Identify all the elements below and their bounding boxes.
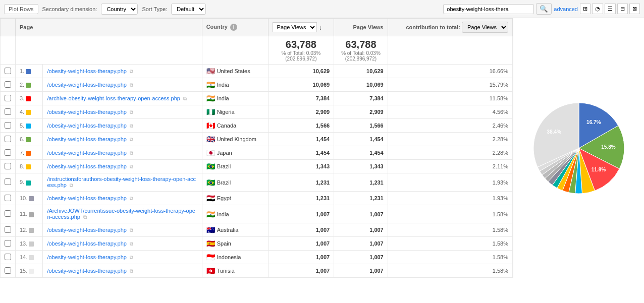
row-check-input[interactable] bbox=[5, 108, 11, 115]
row-number: 6. bbox=[16, 133, 43, 146]
row-country: 🇧🇷 Brazil bbox=[202, 160, 268, 173]
page-link[interactable]: /obesity-weight-loss-therapy.php bbox=[47, 195, 127, 201]
country-name: India bbox=[217, 82, 229, 88]
row-check-input[interactable] bbox=[5, 178, 11, 185]
row-page-views-metric: 1,007 bbox=[268, 264, 334, 278]
pie-label: 38.4% bbox=[547, 129, 561, 135]
page-link[interactable]: /obesity-weight-loss-therapy.php bbox=[47, 123, 127, 129]
country-info-icon[interactable]: i bbox=[230, 24, 237, 31]
page-link[interactable]: /obesity-weight-loss-therapy.php bbox=[47, 268, 127, 274]
row-page: /obesity-weight-loss-therapy.php ⧉ bbox=[43, 146, 202, 160]
external-link-icon[interactable]: ⧉ bbox=[130, 82, 133, 88]
page-link[interactable]: /obesity-weight-loss-therapy.php bbox=[47, 227, 127, 233]
external-link-icon[interactable]: ⧉ bbox=[130, 196, 133, 202]
page-link[interactable]: /archive-obesity-weight-loss-therapy-ope… bbox=[47, 95, 180, 101]
country-flag: 🇧🇷 bbox=[206, 178, 215, 187]
row-page-views-metric: 10,069 bbox=[268, 78, 334, 92]
sort-type-select[interactable]: Default bbox=[171, 4, 206, 15]
page-link[interactable]: /obesity-weight-loss-therapy.php bbox=[47, 163, 127, 169]
row-country: 🇮🇩 Indonesia bbox=[202, 251, 268, 264]
row-page-views-metric: 1,454 bbox=[268, 146, 334, 160]
row-check-input[interactable] bbox=[5, 210, 11, 217]
page-views-dropdown-header: Page Views ↓ bbox=[268, 19, 334, 36]
table-row: 11. /ArchiveJOWT/currentissue-obesity-we… bbox=[1, 205, 513, 223]
summary-pv1-value: 63,788 bbox=[273, 39, 330, 50]
table-row: 13. /obesity-weight-loss-therapy.php ⧉ 🇪… bbox=[1, 237, 513, 251]
row-check-input[interactable] bbox=[5, 254, 11, 260]
country-flag: 🇳🇬 bbox=[206, 108, 215, 116]
contribution-metric-select[interactable]: Page Views bbox=[462, 22, 508, 33]
page-link[interactable]: /ArchiveJOWT/currentissue-obesity-weight… bbox=[47, 208, 195, 220]
table-row: 5. /obesity-weight-loss-therapy.php ⧉ 🇨🇦… bbox=[1, 119, 513, 133]
row-country: 🇧🇷 Brazil bbox=[202, 173, 268, 192]
row-page: /obesity-weight-loss-therapy.php ⧉ bbox=[43, 237, 202, 251]
row-check-input[interactable] bbox=[5, 81, 11, 88]
external-link-icon[interactable]: ⧉ bbox=[130, 69, 133, 75]
page-link[interactable]: /obesity-weight-loss-therapy.php bbox=[47, 109, 127, 115]
row-check-input[interactable] bbox=[5, 68, 11, 74]
table-row: 2. /obesity-weight-loss-therapy.php ⧉ 🇮🇳… bbox=[1, 78, 513, 92]
row-page: /instructionsforauthors-obesity-weight-l… bbox=[43, 173, 202, 192]
external-link-icon[interactable]: ⧉ bbox=[70, 183, 73, 189]
view-list-button[interactable]: ☰ bbox=[605, 4, 616, 14]
table-row: 14. /obesity-weight-loss-therapy.php ⧉ 🇮… bbox=[1, 251, 513, 264]
row-check-input[interactable] bbox=[5, 149, 11, 156]
secondary-dimension-select[interactable]: Country bbox=[101, 4, 138, 15]
country-name: Egypt bbox=[217, 195, 231, 201]
external-link-icon[interactable]: ⧉ bbox=[130, 150, 133, 156]
row-checkbox bbox=[1, 146, 16, 160]
summary-row: 63,788 % of Total: 0.03% (202,896,972) 6… bbox=[1, 36, 513, 65]
row-page: /archive-obesity-weight-loss-therapy-ope… bbox=[43, 92, 202, 105]
external-link-icon[interactable]: ⧉ bbox=[130, 255, 133, 261]
country-name: India bbox=[217, 95, 229, 101]
country-name: United States bbox=[217, 68, 250, 74]
table-row: 12. /obesity-weight-loss-therapy.php ⧉ 🇦… bbox=[1, 223, 513, 237]
external-link-icon[interactable]: ⧉ bbox=[130, 227, 133, 233]
search-button[interactable]: 🔍 bbox=[536, 3, 552, 15]
row-check-input[interactable] bbox=[5, 122, 11, 129]
row-number: 4. bbox=[16, 105, 43, 119]
row-checkbox bbox=[1, 133, 16, 146]
summary-pv1-pct: % of Total: 0.03% bbox=[273, 50, 330, 56]
search-input[interactable] bbox=[443, 4, 534, 14]
row-check-input[interactable] bbox=[5, 226, 11, 233]
row-number: 15. bbox=[16, 264, 43, 278]
summary-pv2-total: (202,896,972) bbox=[338, 56, 384, 62]
sort-down-arrow[interactable]: ↓ bbox=[319, 23, 323, 31]
page-link[interactable]: /obesity-weight-loss-therapy.php bbox=[47, 150, 127, 156]
external-link-icon[interactable]: ⧉ bbox=[130, 137, 133, 143]
page-link[interactable]: /obesity-weight-loss-therapy.php bbox=[47, 136, 127, 142]
external-link-icon[interactable]: ⧉ bbox=[130, 241, 133, 247]
external-link-icon[interactable]: ⧉ bbox=[130, 164, 133, 170]
view-grid-button[interactable]: ⊞ bbox=[580, 4, 591, 14]
row-check-input[interactable] bbox=[5, 195, 11, 201]
view-custom-button[interactable]: ⊟ bbox=[617, 4, 628, 14]
external-link-icon[interactable]: ⧉ bbox=[83, 214, 87, 220]
row-page-views: 1,231 bbox=[334, 192, 388, 205]
page-link[interactable]: /obesity-weight-loss-therapy.php bbox=[47, 254, 127, 260]
row-page-views: 1,566 bbox=[334, 119, 388, 133]
page-link[interactable]: /obesity-weight-loss-therapy.php bbox=[47, 240, 127, 247]
external-link-icon[interactable]: ⧉ bbox=[183, 96, 187, 102]
row-check-input[interactable] bbox=[5, 267, 11, 274]
page-views-metric-select[interactable]: Page Views bbox=[273, 22, 317, 32]
row-check-input[interactable] bbox=[5, 95, 11, 101]
external-link-icon[interactable]: ⧉ bbox=[130, 109, 133, 115]
external-link-icon[interactable]: ⧉ bbox=[130, 123, 133, 129]
page-link[interactable]: /obesity-weight-loss-therapy.php bbox=[47, 68, 127, 74]
row-check-input[interactable] bbox=[5, 240, 11, 247]
row-country: 🇨🇦 Canada bbox=[202, 119, 268, 133]
view-pie-button[interactable]: ◔ bbox=[592, 4, 603, 14]
row-page-views: 1,231 bbox=[334, 173, 388, 192]
main-area: Page Country i Page Views ↓ Page Vie bbox=[0, 18, 644, 278]
country-flag: 🇺🇸 bbox=[206, 67, 215, 75]
row-page-views-metric: 7,384 bbox=[268, 92, 334, 105]
page-link[interactable]: /obesity-weight-loss-therapy.php bbox=[47, 82, 127, 88]
row-check-input[interactable] bbox=[5, 163, 11, 169]
row-page-views-metric: 1,007 bbox=[268, 251, 334, 264]
external-link-icon[interactable]: ⧉ bbox=[130, 268, 133, 274]
view-table-button[interactable]: ⊠ bbox=[629, 4, 640, 14]
row-check-input[interactable] bbox=[5, 136, 11, 142]
plot-rows-button[interactable]: Plot Rows bbox=[4, 4, 38, 14]
advanced-link[interactable]: advanced bbox=[554, 6, 578, 12]
